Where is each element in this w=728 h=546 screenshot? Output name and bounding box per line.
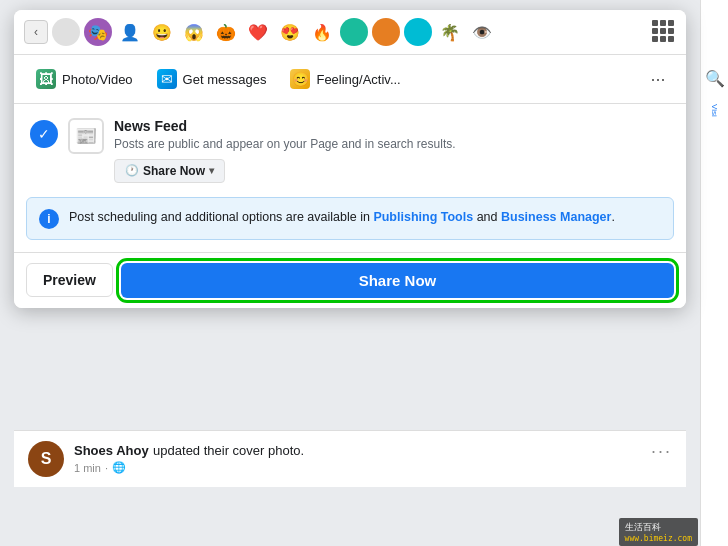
- feed-meta: 1 min · 🌐: [74, 461, 641, 474]
- more-dots: ···: [650, 69, 665, 90]
- globe-icon: 🌐: [112, 461, 126, 474]
- emoji-toolbar: ‹ 🎭 👤 😀 😱 🎃 ❤️ 😍 🔥 🌴 👁️: [14, 10, 686, 55]
- watermark-chinese: 生活百科: [625, 521, 692, 534]
- feed-author-name[interactable]: Shoes Ahoy: [74, 443, 149, 458]
- emoji-purple-chip[interactable]: 🎭: [84, 18, 112, 46]
- info-text-middle: and: [473, 210, 501, 224]
- share-modal: ‹ 🎭 👤 😀 😱 🎃 ❤️ 😍 🔥 🌴 👁️ 🖼 Photo/Video ✉ …: [14, 10, 686, 308]
- emoji-scared-chip[interactable]: 😱: [180, 18, 208, 46]
- feed-separator: ·: [105, 462, 108, 474]
- emoji-love-chip[interactable]: 😍: [276, 18, 304, 46]
- clock-icon: 🕐: [125, 164, 139, 177]
- more-options-button[interactable]: ···: [642, 63, 674, 95]
- emoji-person-chip[interactable]: 👤: [116, 18, 144, 46]
- feed-post: S Shoes Ahoy updated their cover photo. …: [14, 430, 686, 487]
- share-now-dropdown-label: Share Now: [143, 164, 205, 178]
- emoji-fire-chip[interactable]: 🔥: [308, 18, 336, 46]
- watermark-url: www.bimeiz.com: [625, 534, 692, 543]
- newsfeed-row: ✓ 📰 News Feed Posts are public and appea…: [30, 118, 670, 183]
- right-sidebar: 🔍 Visi: [700, 0, 728, 546]
- photo-video-label: Photo/Video: [62, 72, 133, 87]
- emoji-pumpkin-chip[interactable]: 🎃: [212, 18, 240, 46]
- business-manager-link[interactable]: Business Manager: [501, 210, 611, 224]
- emoji-smile-chip[interactable]: 😀: [148, 18, 176, 46]
- action-buttons-row: 🖼 Photo/Video ✉ Get messages 😊 Feeling/A…: [14, 55, 686, 104]
- get-messages-button[interactable]: ✉ Get messages: [147, 63, 277, 95]
- feed-action-text: updated their cover photo.: [153, 443, 304, 458]
- chevron-down-icon: ▾: [209, 165, 214, 176]
- newsfeed-description: Posts are public and appear on your Page…: [114, 136, 670, 153]
- info-text-after: .: [611, 210, 614, 224]
- get-messages-label: Get messages: [183, 72, 267, 87]
- newsfeed-icon: 📰: [68, 118, 104, 154]
- photo-video-button[interactable]: 🖼 Photo/Video: [26, 63, 143, 95]
- photo-video-icon: 🖼: [36, 69, 56, 89]
- preview-button[interactable]: Preview: [26, 263, 113, 297]
- emoji-eye-chip[interactable]: 👁️: [468, 18, 496, 46]
- visitors-label: Visi: [710, 104, 719, 117]
- feed-more-button[interactable]: ···: [651, 441, 672, 462]
- newsfeed-info: News Feed Posts are public and appear on…: [114, 118, 670, 183]
- publishing-tools-link[interactable]: Publishing Tools: [373, 210, 473, 224]
- avatar: S: [28, 441, 64, 477]
- emoji-cyan-chip[interactable]: [404, 18, 432, 46]
- info-box: i Post scheduling and additional options…: [26, 197, 674, 240]
- emoji-palm-chip[interactable]: 🌴: [436, 18, 464, 46]
- feeling-button[interactable]: 😊 Feeling/Activ...: [280, 63, 410, 95]
- watermark: 生活百科 www.bimeiz.com: [619, 518, 698, 546]
- info-icon: i: [39, 209, 59, 229]
- search-icon[interactable]: 🔍: [705, 68, 725, 88]
- emoji-teal-chip[interactable]: [340, 18, 368, 46]
- feed-time: 1 min: [74, 462, 101, 474]
- newsfeed-section: ✓ 📰 News Feed Posts are public and appea…: [14, 104, 686, 197]
- newsfeed-title: News Feed: [114, 118, 670, 134]
- feeling-icon: 😊: [290, 69, 310, 89]
- feeling-label: Feeling/Activ...: [316, 72, 400, 87]
- emoji-orange-chip[interactable]: [372, 18, 400, 46]
- share-now-dropdown-button[interactable]: 🕐 Share Now ▾: [114, 159, 225, 183]
- emoji-heart-chip[interactable]: ❤️: [244, 18, 272, 46]
- info-text-before: Post scheduling and additional options a…: [69, 210, 373, 224]
- emoji-blank-chip[interactable]: [52, 18, 80, 46]
- messenger-icon: ✉: [157, 69, 177, 89]
- share-now-button[interactable]: Share Now: [121, 263, 674, 298]
- check-circle: ✓: [30, 120, 58, 148]
- emoji-back-arrow[interactable]: ‹: [24, 20, 48, 44]
- emoji-grid-icon[interactable]: [652, 20, 676, 44]
- feed-post-text: Shoes Ahoy updated their cover photo.: [74, 441, 641, 459]
- bottom-action-bar: Preview Share Now: [14, 252, 686, 308]
- info-text: Post scheduling and additional options a…: [69, 208, 615, 227]
- feed-content: Shoes Ahoy updated their cover photo. 1 …: [74, 441, 641, 474]
